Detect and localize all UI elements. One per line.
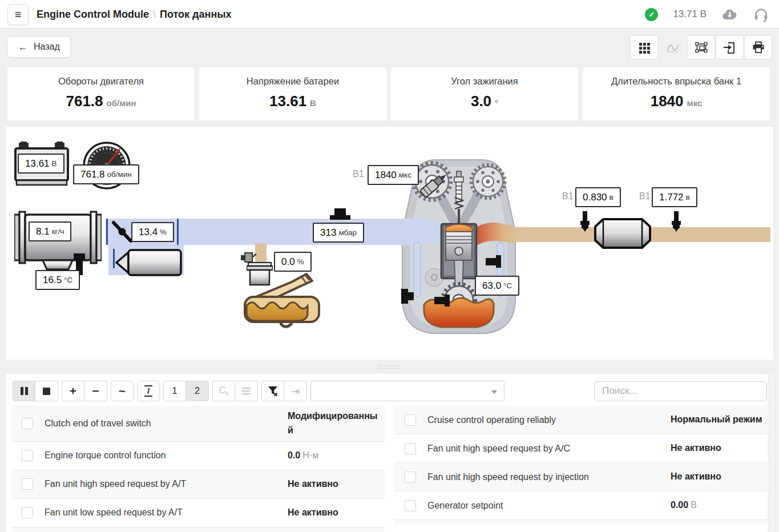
scale-button[interactable]: I <box>137 381 160 401</box>
metric-unit: ° <box>495 98 498 108</box>
chevron-down-icon <box>491 390 497 394</box>
clear-button[interactable]: Cx <box>212 381 235 401</box>
catalytic-converter-icon <box>594 217 652 249</box>
battery-voltage-label: 13.61В <box>18 154 64 174</box>
idle-actuator-icon <box>115 249 183 276</box>
o2-post-voltage-label: 1.772в <box>652 187 697 207</box>
arrow-to-bar-icon: ⇥ <box>291 385 300 398</box>
metric-card-battery: Напряжение батареи 13.61В <box>199 67 386 120</box>
filter-reset-button[interactable] <box>261 381 284 401</box>
row-checkbox[interactable] <box>22 507 33 518</box>
o2-pre-voltage-label: 0.830в <box>575 187 621 207</box>
coolant-temp-label: 63.0°С <box>475 276 519 296</box>
menu-button[interactable]: ≡ <box>7 4 29 25</box>
back-button[interactable]: ← Назад <box>7 36 71 58</box>
injection-duration-label: 1840мкс <box>368 165 419 185</box>
step-button[interactable]: ⇥ <box>284 381 307 401</box>
map-sensor-icon <box>329 208 352 220</box>
cloud-download-icon[interactable] <box>721 8 738 21</box>
row-checkbox[interactable] <box>22 450 33 461</box>
purge-duty-label: 0.0% <box>274 252 312 272</box>
canister-icon <box>247 262 273 286</box>
chart-view-button[interactable] <box>659 35 687 59</box>
throttle-section-tick <box>177 219 179 245</box>
table-row[interactable]: Clutch end of travel switch Модифицирова… <box>11 406 385 442</box>
stream-toolbar: + − ~ I 1 2 Cx ⇥ <box>13 381 767 401</box>
metric-card-rpm: Обороты двигателя 761.8об/мин <box>7 67 195 120</box>
back-arrow-icon: ← <box>18 41 28 53</box>
pause-icon <box>21 387 28 395</box>
status-check-icon: ✓ <box>645 8 658 21</box>
table-row[interactable]: Engine torque control function 0.0Н·м <box>11 442 385 470</box>
clear-icon: Cx <box>219 385 229 397</box>
table-row[interactable]: Fan unit high speed request by injection… <box>394 463 768 491</box>
layout-1-button[interactable]: 1 <box>163 381 186 401</box>
injection-bank-label: B1 <box>353 169 364 179</box>
row-checkbox[interactable] <box>405 443 416 454</box>
export-button[interactable] <box>716 35 744 59</box>
frame-select-icon <box>694 41 709 54</box>
o2-pre-bank-label: B1 <box>562 191 574 201</box>
stop-button[interactable] <box>35 381 58 401</box>
minus-icon: − <box>92 384 99 398</box>
throttle-section-tick <box>106 219 108 245</box>
page-subtitle: Поток данных <box>160 9 232 21</box>
layout-2-button[interactable]: 2 <box>186 381 209 401</box>
parameter-table-left: Clutch end of travel switch Модифицирова… <box>11 406 385 531</box>
table-row[interactable]: Fan unit high speed request by A/C Не ак… <box>394 434 768 463</box>
metric-value: 13.61 <box>269 92 306 110</box>
breadcrumb: Engine Control Module \ Поток данных <box>37 0 232 29</box>
table-scrollbar[interactable] <box>768 374 773 532</box>
throttle-valve-icon <box>110 219 134 244</box>
table-row[interactable]: Fan unit high speed request by A/T Не ак… <box>11 470 385 499</box>
tilde-icon: ~ <box>119 384 126 398</box>
pause-button[interactable] <box>13 381 35 401</box>
partial-next-row <box>11 527 385 531</box>
print-button[interactable] <box>744 35 772 59</box>
panel-splitter[interactable]: ▪▪▪▪▪▪▪▪▪▪▪▪▪▪▪▪ <box>0 360 779 374</box>
metric-card-ignition: Угол зажигания 3.0° <box>391 67 578 120</box>
metric-value: 1840 <box>651 92 684 110</box>
o2-sensor-post-icon <box>669 211 683 232</box>
metric-unit: В <box>310 98 316 108</box>
grid-view-button[interactable] <box>630 35 658 59</box>
parameter-table-right: Cruise control operating reliably Нормал… <box>394 406 768 531</box>
select-frame-button[interactable] <box>687 35 715 59</box>
engine-diagram-panel: 13.61В 761.8об/мин 8.1кг/ч 16.5°С 13.4% <box>6 127 773 360</box>
table-row[interactable]: Generator setpoint 0.00В <box>394 491 768 520</box>
add-button[interactable]: + <box>62 381 84 401</box>
export-document-icon <box>723 40 737 55</box>
metric-card-injection: Длительность впрыска банк 1 1840мкс <box>583 67 770 120</box>
remove-button[interactable]: − <box>84 381 107 401</box>
stop-icon <box>43 388 50 395</box>
idle-branch-tick <box>113 249 115 268</box>
metric-value: 3.0 <box>471 92 491 110</box>
rpm-label: 761.8об/мин <box>73 164 139 184</box>
intake-temp-label: 16.5°С <box>35 270 80 290</box>
top-bar: ≡ Engine Control Module \ Поток данных ✓… <box>0 0 779 29</box>
list-button[interactable] <box>235 381 258 401</box>
o2-sensor-pre-icon <box>578 211 592 232</box>
table-row[interactable]: Cruise control operating reliably Нормал… <box>394 406 768 434</box>
app-title: Engine Control Module <box>37 9 149 21</box>
wave-button[interactable]: ~ <box>111 381 134 401</box>
filter-x-icon <box>267 385 278 397</box>
headset-icon[interactable] <box>753 7 769 22</box>
metric-unit: об/мин <box>107 98 136 108</box>
search-input[interactable] <box>594 381 767 401</box>
table-row[interactable]: Fan unit low speed request by A/T Не акт… <box>11 499 385 527</box>
row-checkbox[interactable] <box>22 418 33 429</box>
row-checkbox[interactable] <box>405 500 416 511</box>
metric-title: Обороты двигателя <box>7 76 195 87</box>
row-checkbox[interactable] <box>405 471 416 483</box>
map-pressure-label: 313мбар <box>313 223 364 243</box>
o2-post-bank-label: B1 <box>639 191 651 201</box>
parameter-select[interactable] <box>310 381 504 401</box>
splitter-handle-icon: ▪▪▪▪▪▪▪▪▪▪▪▪▪▪▪▪ <box>378 365 401 369</box>
metric-title: Угол зажигания <box>391 76 578 87</box>
parameter-tables: Clutch end of travel switch Модифицирова… <box>11 406 768 531</box>
breadcrumb-separator: \ <box>149 9 160 21</box>
row-checkbox[interactable] <box>405 414 416 426</box>
row-checkbox[interactable] <box>22 478 33 490</box>
throttle-label: 13.4% <box>131 222 174 242</box>
